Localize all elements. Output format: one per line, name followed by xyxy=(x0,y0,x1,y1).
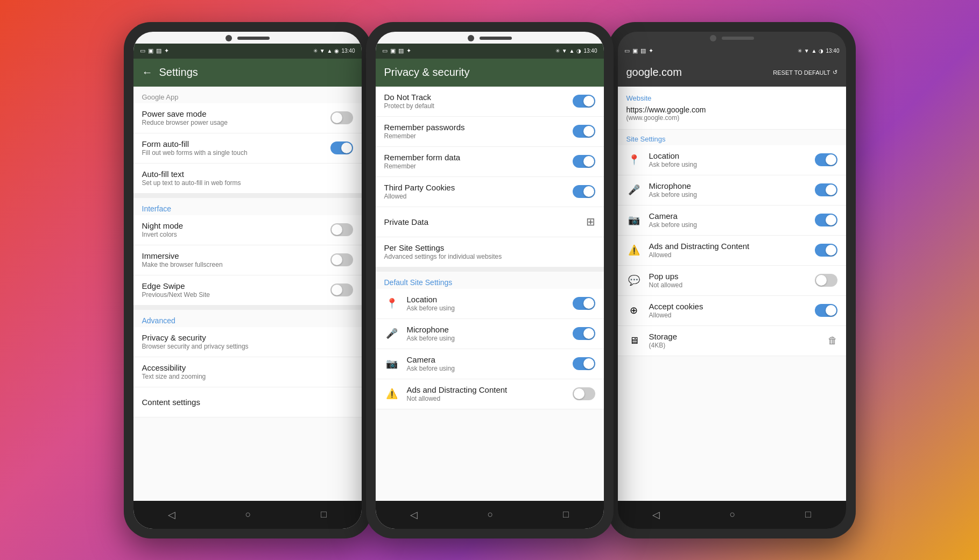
storage-delete-icon[interactable]: 🗑 xyxy=(828,335,837,346)
nav-bar-3: ◁ ○ □ xyxy=(618,501,846,529)
night-mode-toggle[interactable] xyxy=(330,223,353,236)
ads-default-toggle[interactable] xyxy=(573,387,595,400)
setting-power-save[interactable]: Power save mode Reduce browser power usa… xyxy=(133,103,362,133)
site-microphone-toggle[interactable] xyxy=(815,183,837,196)
nav-back-2[interactable]: ◁ xyxy=(406,505,422,525)
app-bar-1: ← Settings xyxy=(133,59,362,87)
nav-square-2[interactable]: □ xyxy=(559,505,573,524)
divider-2 xyxy=(133,306,362,310)
third-party-cookies-title: Third Party Cookies xyxy=(384,183,568,192)
setting-location-default[interactable]: 📍 Location Ask before using xyxy=(376,289,604,319)
power-save-subtitle: Reduce browser power usage xyxy=(142,119,326,126)
reset-label: RESET TO DEFAULT xyxy=(773,69,830,76)
setting-accessibility[interactable]: Accessibility Text size and zooming xyxy=(133,357,362,387)
privacy-security-title: Privacy & security xyxy=(142,333,353,342)
do-not-track-toggle[interactable] xyxy=(573,95,595,108)
site-setting-ads[interactable]: ⚠️ Ads and Distracting Content Allowed xyxy=(618,236,846,266)
nav-home-1[interactable]: ○ xyxy=(241,505,256,524)
nav-bar-2: ◁ ○ □ xyxy=(376,501,604,529)
microphone-default-toggle[interactable] xyxy=(573,327,595,340)
location-icon: 📍 xyxy=(386,297,398,309)
status-icon-2b: ▣ xyxy=(390,47,396,54)
setting-ads-default[interactable]: ⚠️ Ads and Distracting Content Not allow… xyxy=(376,379,604,409)
setting-autofill-text[interactable]: Auto-fill text Set up text to auto-fill … xyxy=(133,164,362,194)
per-site-subtitle: Advanced settings for individual website… xyxy=(384,253,595,260)
immersive-toggle[interactable] xyxy=(330,253,353,266)
ads-default-title: Ads and Distracting Content xyxy=(407,385,568,394)
third-party-cookies-toggle[interactable] xyxy=(573,185,595,198)
default-site-header: Default Site Settings xyxy=(376,272,604,289)
site-ads-toggle[interactable] xyxy=(815,244,837,257)
setting-camera-default[interactable]: 📷 Camera Ask before using xyxy=(376,349,604,379)
site-storage-subtitle: (4KB) xyxy=(649,342,823,349)
site-setting-storage[interactable]: 🖥 Storage (4KB) 🗑 xyxy=(618,326,846,356)
site-setting-popups[interactable]: 💬 Pop ups Not allowed xyxy=(618,266,846,296)
nav-square-1[interactable]: □ xyxy=(316,505,331,524)
nav-back-1[interactable]: ◁ xyxy=(164,505,180,525)
setting-edge-swipe[interactable]: Edge Swipe Previous/Next Web Site xyxy=(133,275,362,306)
setting-microphone-default[interactable]: 🎤 Microphone Ask before using xyxy=(376,319,604,349)
section-google-app: Google App xyxy=(133,87,362,103)
status-icon-img2: ▤ xyxy=(156,47,161,54)
setting-per-site[interactable]: Per Site Settings Advanced settings for … xyxy=(376,237,604,267)
site-ads-title: Ads and Distracting Content xyxy=(649,242,811,251)
setting-form-autofill[interactable]: Form auto-fill Fill out web forms with a… xyxy=(133,133,362,164)
accessibility-title: Accessibility xyxy=(142,363,353,372)
reset-to-default-button[interactable]: RESET TO DEFAULT ↺ xyxy=(773,69,837,76)
speaker-2 xyxy=(480,37,512,40)
site-popups-title: Pop ups xyxy=(649,272,811,281)
site-setting-microphone[interactable]: 🎤 Microphone Ask before using xyxy=(618,175,846,205)
status-icon-3b: ▣ xyxy=(632,47,638,54)
site-setting-camera[interactable]: 📷 Camera Ask before using xyxy=(618,205,846,236)
status-icon-3a: ▭ xyxy=(624,47,630,54)
divider-1 xyxy=(133,194,362,198)
setting-third-party-cookies[interactable]: Third Party Cookies Allowed xyxy=(376,177,604,207)
setting-private-data[interactable]: Private Data ⊞ xyxy=(376,207,604,237)
setting-remember-passwords[interactable]: Remember passwords Remember xyxy=(376,117,604,147)
nav-back-3[interactable]: ◁ xyxy=(648,505,664,525)
ads-icon: ⚠️ xyxy=(386,388,398,400)
power-save-toggle[interactable] xyxy=(330,111,353,124)
status-left-2: ▭ ▣ ▤ ✦ xyxy=(382,47,411,54)
nav-home-2[interactable]: ○ xyxy=(483,505,498,524)
site-popups-toggle[interactable] xyxy=(815,274,837,287)
nav-home-3[interactable]: ○ xyxy=(726,505,740,524)
website-url: https://www.google.com xyxy=(626,105,837,114)
phone-settings: ▭ ▣ ▤ ✦ ✳ ▼ ▲ ◉ 13:40 ← Settings xyxy=(124,22,371,538)
form-autofill-toggle[interactable] xyxy=(330,141,353,154)
reset-icon: ↺ xyxy=(833,69,837,76)
camera-default-toggle[interactable] xyxy=(573,357,595,370)
status-icon-img: ▣ xyxy=(148,47,153,54)
remember-passwords-toggle[interactable] xyxy=(573,125,595,138)
nav-square-3[interactable]: □ xyxy=(801,505,815,524)
back-button-1[interactable]: ← xyxy=(142,66,153,79)
site-title: google.com xyxy=(626,66,682,79)
site-setting-location[interactable]: 📍 Location Ask before using xyxy=(618,145,846,175)
site-setting-cookies[interactable]: ⊕ Accept cookies Allowed xyxy=(618,296,846,326)
site-location-toggle[interactable] xyxy=(815,153,837,166)
setting-night-mode[interactable]: Night mode Invert colors xyxy=(133,215,362,245)
site-camera-toggle[interactable] xyxy=(815,214,837,226)
setting-content-settings[interactable]: Content settings xyxy=(133,387,362,417)
remember-form-data-toggle[interactable] xyxy=(573,155,595,168)
remember-passwords-subtitle: Remember xyxy=(384,132,568,140)
status-bar-1: ▭ ▣ ▤ ✦ ✳ ▼ ▲ ◉ 13:40 xyxy=(133,44,362,59)
phone-top-1 xyxy=(133,32,362,44)
edge-swipe-toggle[interactable] xyxy=(330,283,353,296)
status-bar-3: ▭ ▣ ▤ ✦ ✳ ▼ ▲ ◑ 13:40 xyxy=(618,44,846,59)
time-2: 13:40 xyxy=(583,48,597,54)
setting-immersive[interactable]: Immersive Make the browser fullscreen xyxy=(133,245,362,275)
location-default-toggle[interactable] xyxy=(573,297,595,310)
alarm-icon-2: ◑ xyxy=(576,48,581,54)
wifi-icon-2: ▼ xyxy=(562,48,567,54)
setting-do-not-track[interactable]: Do Not Track Protect by default xyxy=(376,87,604,117)
camera-dot-3 xyxy=(710,35,716,41)
wifi-icon: ▼ xyxy=(320,48,325,54)
third-party-cookies-subtitle: Allowed xyxy=(384,193,568,200)
site-cookies-toggle[interactable] xyxy=(815,304,837,317)
status-icon-2d: ✦ xyxy=(406,47,411,54)
setting-remember-form-data[interactable]: Remember form data Remember xyxy=(376,147,604,177)
do-not-track-title: Do Not Track xyxy=(384,93,568,102)
setting-privacy-security[interactable]: Privacy & security Browser security and … xyxy=(133,327,362,357)
site-storage-title: Storage xyxy=(649,332,823,341)
